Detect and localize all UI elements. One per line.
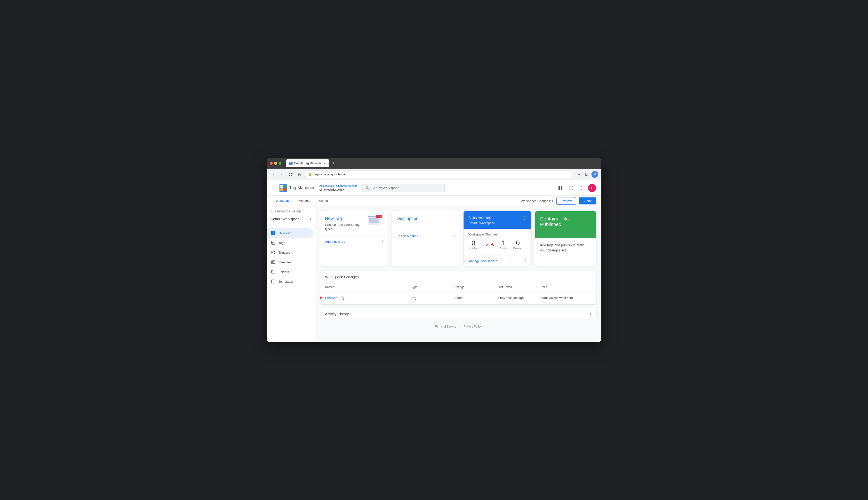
deleted-label: Deleted <box>513 247 522 250</box>
gtm-tab-icon <box>289 162 292 165</box>
help-btn[interactable]: ? <box>567 184 576 192</box>
home-btn[interactable] <box>296 171 303 178</box>
svg-point-23 <box>271 251 275 254</box>
modified-count: 0 Modified <box>468 239 478 250</box>
bookmark-btn[interactable] <box>583 171 590 178</box>
tab-admin[interactable]: Admin <box>315 196 332 206</box>
sidebar: CURRENT WORKSPACE Default Workspace › Ov… <box>267 206 315 342</box>
description-card-footer[interactable]: Edit description › <box>392 231 460 241</box>
tab-bar: Google Tag Manager ✕ + <box>286 159 337 167</box>
svg-rect-4 <box>298 174 300 176</box>
deleted-value: 0 <box>513 239 522 247</box>
maximize-window-btn[interactable] <box>278 162 281 165</box>
current-workspace-label: CURRENT WORKSPACE <box>267 210 315 213</box>
container-title: Container Not Published <box>540 216 591 227</box>
activity-history-row[interactable]: Activity History › <box>320 308 596 319</box>
added-label: Added <box>500 247 508 250</box>
table-row: Chatwoot Tag Tag Added a few seconds ago… <box>320 292 596 304</box>
extensions-btn[interactable]: ⋯ <box>575 171 582 178</box>
sidebar-item-tags[interactable]: Tags <box>267 238 313 248</box>
active-tab[interactable]: Google Tag Manager ✕ <box>286 159 329 167</box>
workspace-name: Default Workspace <box>271 217 299 221</box>
manage-workspaces-link: Manage workspaces <box>468 259 497 263</box>
sidebar-item-folders[interactable]: Folders <box>267 267 313 277</box>
svg-rect-25 <box>271 261 275 264</box>
new-tag-title: New Tag <box>325 216 365 221</box>
svg-rect-12 <box>558 188 560 190</box>
sub-nav-right: Workspace Changes: 1 Preview Submit <box>521 197 596 205</box>
user-avatar[interactable]: P <box>588 184 596 192</box>
edit-description-arrow-icon: › <box>454 234 455 238</box>
new-tab-btn[interactable]: + <box>330 161 337 166</box>
sidebar-label-folders: Folders <box>278 270 289 274</box>
overview-icon <box>271 231 276 236</box>
search-bar[interactable]: 🔍 <box>362 184 445 192</box>
add-new-tag-link: Add a new tag <box>325 240 345 243</box>
minimize-window-btn[interactable] <box>274 162 277 165</box>
row-tag-name[interactable]: Chatwoot Tag <box>325 296 411 300</box>
table-header-row: Named ↑ Type Change Last Edited User <box>320 283 596 292</box>
container-header: Container Not Published <box>535 211 596 238</box>
svg-rect-3 <box>291 163 292 164</box>
new-tag-footer-arrow-icon: › <box>382 239 383 244</box>
row-change: Added <box>454 296 497 300</box>
new-tag-info: New Tag Choose from over 50 tag types <box>325 216 365 231</box>
modified-value: 0 <box>468 239 478 247</box>
activity-history-card: Activity History › <box>320 308 596 319</box>
now-editing-workspace: Default Workspace <box>468 221 495 225</box>
footer-separator: • <box>460 325 460 328</box>
cards-row: New Tag Choose from over 50 tag types GT… <box>320 211 596 266</box>
app-back-btn[interactable]: ← <box>272 185 277 191</box>
workspace-changes-label: Workspace Changes: 1 <box>521 199 553 203</box>
more-options-btn[interactable]: ⋮ <box>577 184 586 192</box>
description-card: Description Edit description › <box>392 211 460 266</box>
tab-workspace[interactable]: Workspace <box>272 196 295 206</box>
sidebar-item-templates[interactable]: Templates <box>267 277 313 286</box>
svg-rect-13 <box>561 188 562 190</box>
reload-btn[interactable] <box>287 171 294 178</box>
row-more-btn[interactable]: ⋮ <box>584 294 590 301</box>
tags-icon <box>271 240 276 245</box>
breadcrumb-all-accounts[interactable]: All accounts <box>320 184 334 187</box>
new-tag-footer[interactable]: Add a new tag › <box>320 236 388 247</box>
sidebar-item-variables[interactable]: Variables <box>267 257 313 267</box>
svg-rect-18 <box>271 233 273 235</box>
search-input[interactable] <box>371 186 441 190</box>
added-count: 1 Added <box>500 239 508 250</box>
row-annotation <box>320 295 323 300</box>
svg-rect-28 <box>271 280 275 283</box>
close-tab-btn[interactable]: ✕ <box>323 162 326 165</box>
header-breadcrumb: All accounts › Chatwoot-website chatwoot… <box>320 184 358 192</box>
tab-versions[interactable]: Versions <box>295 196 315 206</box>
preview-btn[interactable]: Preview <box>556 197 576 205</box>
url-bar[interactable]: 🔒 tagmanager.google.com <box>305 171 573 178</box>
forward-btn[interactable] <box>278 171 285 178</box>
now-editing-footer[interactable]: Manage workspaces › <box>464 255 531 266</box>
grid-view-btn[interactable] <box>556 184 565 192</box>
sidebar-label-tags: Tags <box>278 241 285 245</box>
breadcrumb-chatwoot[interactable]: Chatwoot-website <box>336 184 357 187</box>
submit-btn[interactable]: Submit <box>579 197 596 204</box>
svg-rect-11 <box>561 186 562 188</box>
terms-of-service-link[interactable]: Terms of Service <box>435 325 456 328</box>
now-editing-menu-btn[interactable]: ⋮ <box>522 215 526 220</box>
account-selector[interactable]: chatwoot.com ▾ <box>320 187 358 192</box>
security-icon: 🔒 <box>308 173 312 176</box>
col-user: User <box>541 285 584 289</box>
activity-history-arrow-icon: › <box>590 311 591 316</box>
sidebar-item-overview[interactable]: Overview <box>267 228 313 238</box>
now-editing-title: Now Editing <box>468 215 495 220</box>
sub-nav-tabs: Workspace Versions Admin <box>272 196 521 206</box>
privacy-policy-link[interactable]: Privacy Policy <box>464 325 482 328</box>
back-btn[interactable] <box>270 171 277 178</box>
sidebar-item-triggers[interactable]: Triggers <box>267 248 313 257</box>
edit-description-link: Edit description <box>397 234 418 238</box>
close-window-btn[interactable] <box>270 162 273 165</box>
row-user: pranav@chatwoot.com <box>541 296 584 300</box>
profile-avatar[interactable]: P <box>591 171 598 178</box>
app-name: Tag Manager <box>289 185 315 190</box>
workspace-selector[interactable]: Default Workspace › <box>267 215 315 223</box>
workspace-changes-numbers: 0 Modified <box>468 239 526 250</box>
workspace-changes-table: Workspace Changes Named ↑ Type Change La… <box>320 271 596 304</box>
row-last-edited: a few seconds ago <box>497 296 541 300</box>
